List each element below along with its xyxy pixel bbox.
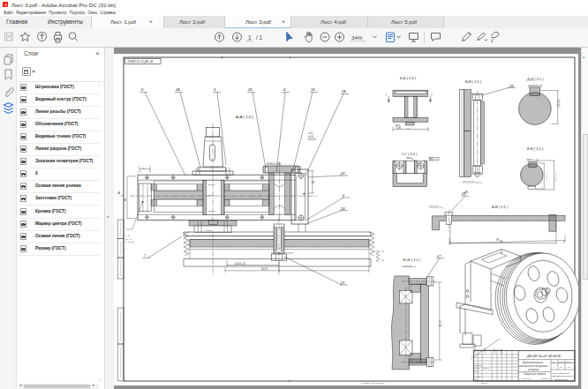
svg-text:9: 9 bbox=[214, 87, 216, 92]
svg-text:2х45±1,35: 2х45±1,35 bbox=[235, 262, 246, 266]
svg-text:14Р9/н9: 14Р9/н9 bbox=[531, 84, 539, 86]
svg-text:Ø142: Ø142 bbox=[439, 320, 442, 326]
svg-text:Ø=78+: Ø=78+ bbox=[261, 267, 268, 271]
svg-text:1: 1 bbox=[248, 34, 252, 40]
svg-text:28: 28 bbox=[247, 87, 253, 92]
svg-text:Ø30Н8: Ø30Н8 bbox=[208, 210, 215, 213]
svg-text:δ=10,5t°: δ=10,5t° bbox=[308, 138, 317, 141]
svg-text:26: 26 bbox=[461, 191, 466, 196]
svg-text:1:2: 1:2 bbox=[568, 366, 571, 368]
svg-text:Н9/19-вв: Н9/19-вв bbox=[403, 265, 411, 267]
svg-text:t=0,8: t=0,8 bbox=[308, 135, 313, 138]
svg-text:Разраб: Разраб bbox=[474, 367, 480, 369]
svg-text:д=10,5м²: д=10,5м² bbox=[125, 241, 134, 243]
svg-text:Лист 3: Лист 3 bbox=[481, 382, 488, 385]
svg-text:Ø198б: Ø198б bbox=[206, 229, 213, 232]
svg-text:Масшт: Масшт bbox=[566, 361, 572, 363]
svg-text:Ø8+: Ø8+ bbox=[407, 156, 411, 159]
svg-text:Ж-Ж ( 1:1 ): Ж-Ж ( 1:1 ) bbox=[402, 258, 421, 262]
svg-text:Дополнительного: Дополнительного bbox=[522, 361, 544, 364]
svg-text:90: 90 bbox=[312, 181, 315, 183]
svg-text:27: 27 bbox=[436, 254, 441, 258]
svg-text:25: 25 bbox=[142, 167, 145, 169]
svg-text:Масса: Масса bbox=[559, 361, 565, 363]
svg-text:Г: Г bbox=[386, 94, 388, 97]
svg-text:18: 18 bbox=[341, 206, 345, 211]
svg-text:34%: 34% bbox=[351, 34, 363, 40]
svg-text:112,5×0,5: 112,5×0,5 bbox=[557, 99, 561, 109]
svg-text:1. Размеры для справок: 1. Размеры для справок bbox=[360, 382, 385, 385]
svg-text:Утв: Утв bbox=[474, 378, 477, 380]
svg-text:Е-Е ( 1:1 ): Е-Е ( 1:1 ) bbox=[527, 146, 544, 151]
svg-text:М24×1,5-6Н: М24×1,5-6Н bbox=[463, 180, 475, 183]
svg-text:22: 22 bbox=[340, 171, 345, 176]
svg-text:Иванов: Иванов bbox=[483, 367, 489, 369]
svg-text:t=10: t=10 bbox=[308, 131, 313, 135]
svg-text:28: 28 bbox=[509, 84, 514, 88]
svg-text:А: А bbox=[117, 191, 121, 195]
svg-text:Ø198×0,5×56: Ø198×0,5×56 bbox=[267, 162, 281, 166]
svg-text:Г: Г bbox=[432, 94, 433, 97]
svg-text:112,5×0,5: 112,5×0,5 bbox=[554, 172, 557, 182]
svg-text:В-В ( 1:1 ): В-В ( 1:1 ) bbox=[492, 205, 509, 209]
svg-text:98: 98 bbox=[500, 240, 503, 243]
svg-text:У: У bbox=[554, 366, 555, 368]
svg-text:Лит: Лит bbox=[553, 361, 556, 363]
svg-text:группа За-з8: группа За-з8 bbox=[554, 378, 569, 381]
svg-text:24: 24 bbox=[175, 87, 180, 92]
svg-text:98: 98 bbox=[496, 238, 500, 242]
svg-text:Н.контр: Н.контр bbox=[474, 376, 481, 378]
svg-text:4: 4 bbox=[283, 87, 286, 92]
svg-text:Ø48Н8: Ø48Н8 bbox=[208, 183, 215, 186]
svg-text:Б-Б ( 1:2 ): Б-Б ( 1:2 ) bbox=[400, 76, 417, 80]
svg-text:ДН-ЗКГ-Бч-07.30.00СБ: ДН-ЗКГ-Бч-07.30.00СБ bbox=[526, 355, 562, 358]
svg-text:В-В ( 1:1 ): В-В ( 1:1 ) bbox=[465, 79, 482, 84]
svg-text:81: 81 bbox=[561, 366, 563, 368]
svg-text:3,1+0,2: 3,1+0,2 bbox=[545, 173, 547, 181]
svg-text:Пров: Пров bbox=[474, 370, 479, 372]
svg-text:А-А ( 1:2 ): А-А ( 1:2 ) bbox=[235, 115, 254, 119]
svg-text:24: 24 bbox=[341, 89, 346, 94]
svg-text:18: 18 bbox=[311, 87, 315, 92]
svg-text:асинхронного погрузчика: асинхронного погрузчика bbox=[519, 365, 547, 368]
svg-text:ЗОВ8С13-15-ДЕ-нВ: ЗОВ8С13-15-ДЕ-нВ bbox=[127, 60, 154, 64]
svg-text:/ 1: / 1 bbox=[256, 34, 263, 40]
svg-text:Изм Лист: Изм Лист bbox=[474, 364, 482, 366]
svg-text:Формат А1: Формат А1 bbox=[541, 378, 552, 379]
svg-text:Д-Д ( 1:1 ): Д-Д ( 1:1 ) bbox=[526, 77, 544, 81]
svg-text:5: 5 bbox=[343, 193, 345, 198]
svg-text:М16×1,5р: М16×1,5р bbox=[429, 205, 439, 207]
svg-text:Копировал: Копировал bbox=[521, 378, 531, 379]
svg-text:8: 8 bbox=[141, 87, 144, 92]
svg-text:редуктор: редуктор bbox=[527, 368, 539, 371]
svg-text:Сборочный чертёж: Сборочный чертёж bbox=[524, 372, 546, 376]
svg-text:7: 7 bbox=[144, 253, 147, 258]
svg-text:8Р9/н9: 8Р9/н9 bbox=[527, 158, 534, 161]
